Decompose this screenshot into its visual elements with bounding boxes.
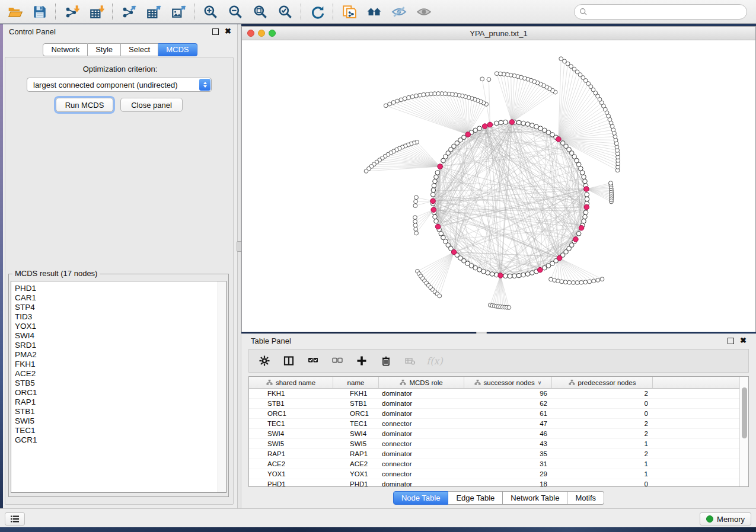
- result-list-scrollbar[interactable]: [218, 281, 226, 492]
- table-row[interactable]: FKH1FKH1dominator962: [249, 389, 748, 399]
- result-node-item[interactable]: SWI5: [11, 416, 226, 426]
- mcds-result-items: PHD1CAR1STP4TID3YOX1SWI4SRD1PMA2FKH1ACE2…: [11, 284, 226, 445]
- cell: PHD1: [333, 479, 379, 487]
- toolbar-separator: [55, 4, 56, 20]
- table-row[interactable]: ORC1ORC1dominator610: [249, 409, 748, 419]
- export-network-button[interactable]: [116, 2, 141, 22]
- network-window: YPA_prune.txt_1: [241, 26, 756, 332]
- mcds-result-list[interactable]: PHD1CAR1STP4TID3YOX1SWI4SRD1PMA2FKH1ACE2…: [11, 281, 227, 493]
- result-node-item[interactable]: RAP1: [11, 398, 226, 407]
- memory-button[interactable]: Memory: [700, 512, 751, 525]
- result-node-item[interactable]: YOX1: [11, 322, 226, 331]
- column-header-successor-nodes[interactable]: successor nodes∨: [464, 377, 552, 388]
- network-canvas[interactable]: [242, 40, 755, 332]
- open-button[interactable]: [2, 2, 27, 22]
- search-input[interactable]: [590, 6, 747, 18]
- table-row[interactable]: TEC1TEC1connector472: [249, 419, 748, 429]
- cell: dominator: [379, 479, 464, 487]
- main-toolbar: [0, 0, 756, 24]
- add-row-button[interactable]: [356, 355, 368, 367]
- table-row[interactable]: STB1STB1dominator620: [249, 399, 748, 409]
- table-row[interactable]: RAP1RAP1dominator352: [249, 449, 748, 459]
- column-header-MCDS-role[interactable]: MCDS role: [379, 377, 464, 388]
- refresh-button[interactable]: [305, 2, 330, 22]
- cell: dominator: [379, 389, 464, 398]
- tab-network-table[interactable]: Network Table: [503, 491, 567, 505]
- copy-network-button[interactable]: [337, 2, 362, 22]
- result-node-item[interactable]: SRD1: [11, 341, 226, 350]
- result-node-item[interactable]: PHD1: [11, 284, 226, 293]
- close-panel-icon[interactable]: ✖: [225, 28, 231, 35]
- tab-mcds[interactable]: MCDS: [158, 43, 197, 56]
- tab-node-table[interactable]: Node Table: [393, 491, 449, 505]
- close-table-panel-icon[interactable]: ✖: [740, 337, 747, 344]
- column-header-name[interactable]: name: [333, 377, 379, 388]
- column-header-predecessor-nodes[interactable]: predecessor nodes: [552, 377, 653, 388]
- result-node-item[interactable]: FKH1: [11, 360, 226, 369]
- close-panel-button[interactable]: Close panel: [120, 98, 183, 112]
- zoom-selected-button[interactable]: [273, 2, 298, 22]
- settings-button[interactable]: [259, 355, 270, 367]
- window-close-icon[interactable]: [247, 30, 254, 37]
- export-image-icon: [171, 4, 186, 20]
- result-node-item[interactable]: PMA2: [11, 350, 226, 360]
- vertical-splitter[interactable]: [237, 24, 241, 508]
- result-node-item[interactable]: ACE2: [11, 369, 226, 379]
- save-button[interactable]: [27, 2, 52, 22]
- float-table-panel-icon[interactable]: [728, 338, 734, 344]
- delete-row-button[interactable]: [380, 355, 392, 367]
- result-node-item[interactable]: ORC1: [11, 388, 226, 398]
- table-row[interactable]: YOX1YOX1connector291: [249, 469, 748, 479]
- optimization-criterion-select[interactable]: largest connected component (undirected): [27, 78, 212, 92]
- column-header-shared-name[interactable]: shared name: [249, 377, 333, 388]
- table-rows: FKH1FKH1dominator962STB1STB1dominator620…: [249, 389, 748, 487]
- select-all-icon: [308, 355, 318, 366]
- tab-network[interactable]: Network: [43, 43, 88, 56]
- network-graph[interactable]: [242, 40, 755, 332]
- table-row[interactable]: SWI4SWI4dominator462: [249, 429, 748, 439]
- result-node-item[interactable]: TID3: [11, 312, 226, 322]
- table-header-row: shared namenameMCDS rolesuccessor nodes∨…: [249, 377, 748, 389]
- table-row[interactable]: PHD1PHD1dominator180: [249, 479, 748, 487]
- split-view-icon: [283, 355, 294, 366]
- tab-select[interactable]: Select: [121, 43, 158, 56]
- search-box[interactable]: [574, 4, 747, 20]
- result-node-item[interactable]: CAR1: [11, 293, 226, 303]
- show-all-button[interactable]: [412, 2, 436, 22]
- tab-motifs[interactable]: Motifs: [567, 491, 604, 505]
- float-panel-icon[interactable]: [212, 28, 219, 35]
- task-history-button[interactable]: [5, 512, 25, 525]
- import-table-button[interactable]: [84, 2, 109, 22]
- cell: 1: [552, 469, 653, 479]
- select-all-button[interactable]: [307, 355, 319, 367]
- cell: STB1: [333, 399, 379, 408]
- node-table[interactable]: shared namenameMCDS rolesuccessor nodes∨…: [248, 376, 749, 487]
- window-maximize-icon[interactable]: [269, 30, 276, 37]
- result-node-item[interactable]: STB1: [11, 407, 226, 416]
- network-window-titlebar[interactable]: YPA_prune.txt_1: [242, 27, 755, 40]
- import-network-button[interactable]: [59, 2, 84, 22]
- hide-selected-button[interactable]: [387, 2, 412, 22]
- home-icon: [366, 4, 382, 20]
- result-node-item[interactable]: STB5: [11, 379, 226, 388]
- tab-style[interactable]: Style: [88, 43, 121, 56]
- table-scrollbar-thumb[interactable]: [742, 387, 747, 438]
- export-image-button[interactable]: [166, 2, 191, 22]
- run-mcds-button[interactable]: Run MCDS: [56, 98, 113, 112]
- result-node-item[interactable]: GCR1: [11, 435, 226, 445]
- export-table-button[interactable]: [141, 2, 166, 22]
- table-row[interactable]: ACE2ACE2connector311: [249, 459, 748, 469]
- window-minimize-icon[interactable]: [258, 30, 265, 37]
- home-button[interactable]: [362, 2, 387, 22]
- split-view-button[interactable]: [283, 355, 295, 367]
- zoom-out-button[interactable]: [223, 2, 248, 22]
- result-node-item[interactable]: TEC1: [11, 426, 226, 435]
- tab-edge-table[interactable]: Edge Table: [448, 491, 503, 505]
- zoom-fit-button[interactable]: [248, 2, 273, 22]
- deselect-all-button[interactable]: [331, 355, 343, 367]
- table-scrollbar[interactable]: [739, 377, 748, 486]
- zoom-in-button[interactable]: [198, 2, 223, 22]
- result-node-item[interactable]: STP4: [11, 303, 226, 312]
- table-row[interactable]: SWI5SWI5connector431: [249, 439, 748, 449]
- result-node-item[interactable]: SWI4: [11, 331, 226, 341]
